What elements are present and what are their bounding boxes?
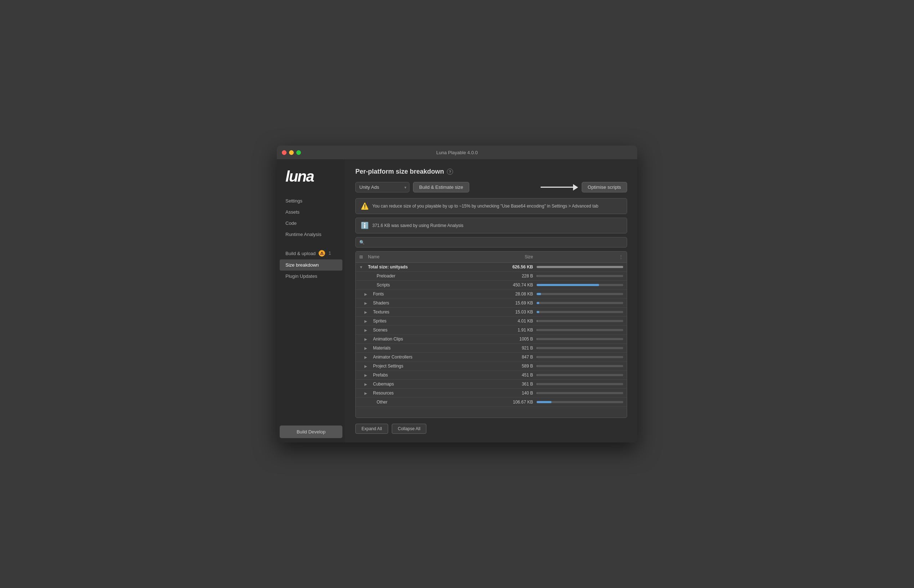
table-row[interactable]: ▶ Animator Controllers 847 B — [356, 353, 627, 362]
bar-fill — [537, 302, 539, 304]
expand-arrow-icon: ▶ — [364, 292, 369, 296]
bar-container — [537, 383, 623, 385]
row-size: 15.03 KB — [497, 310, 537, 315]
bar-fill — [537, 347, 537, 349]
arrow-head — [573, 184, 578, 191]
close-button[interactable] — [282, 150, 286, 155]
sidebar-item-settings[interactable]: Settings — [277, 195, 345, 207]
header-size-col: Size — [497, 254, 537, 259]
table-row[interactable]: ▶ Sprites 4.01 KB — [356, 317, 627, 326]
warning-icon: ⚠ — [320, 251, 324, 256]
bar-container — [537, 347, 623, 349]
bar-fill — [537, 266, 623, 268]
sidebar-item-runtime-analysis[interactable]: Runtime Analysis — [277, 229, 345, 240]
search-icon: 🔍 — [359, 240, 365, 245]
row-name: Cubemaps — [373, 381, 497, 387]
sidebar-item-assets[interactable]: Assets — [277, 207, 345, 218]
row-icon-col: ▶ — [364, 346, 373, 351]
sidebar-item-code[interactable]: Code — [277, 218, 345, 229]
page-title-group: Per-platform size breakdown ? — [355, 168, 453, 176]
platform-select[interactable]: Unity Ads IronSource AppLovin Facebook G… — [355, 182, 409, 192]
bar-fill — [537, 338, 537, 340]
sidebar-item-size-breakdown[interactable]: Size breakdown — [280, 259, 342, 271]
row-name: Textures — [373, 310, 497, 315]
optimise-scripts-button[interactable]: Optimise scripts — [582, 182, 627, 192]
expand-arrow-icon: ▶ — [364, 310, 369, 314]
table-row[interactable]: ▶ Shaders 15.69 KB — [356, 299, 627, 308]
maximize-button[interactable] — [296, 150, 301, 155]
table-row[interactable]: Other 106.67 KB — [356, 398, 627, 407]
build-upload-badge: ⚠ 1 — [319, 250, 325, 257]
table-row[interactable]: ▼ Total size: unityads 626.56 KB — [356, 263, 627, 271]
row-bar — [537, 284, 623, 286]
bar-container — [537, 302, 623, 304]
sidebar: luna Settings Assets Code Runtime Analys… — [277, 159, 345, 443]
bar-container — [537, 365, 623, 367]
search-input[interactable] — [367, 240, 623, 245]
row-size: 4.01 KB — [497, 318, 537, 323]
expand-arrow-icon: ▶ — [364, 319, 369, 323]
row-icon-col: ▶ — [364, 300, 373, 305]
info-circle-icon: ℹ️ — [361, 221, 369, 229]
table-row[interactable]: ▶ Project Settings 589 B — [356, 362, 627, 371]
header-icon-col: ⊞ — [359, 254, 368, 259]
collapse-all-button[interactable]: Collapse All — [392, 424, 427, 434]
minimize-button[interactable] — [289, 150, 294, 155]
sort-icon: ⋮ — [619, 254, 623, 259]
build-estimate-button[interactable]: Build & Estimate size — [413, 182, 469, 192]
expand-arrow-icon: ▶ — [364, 382, 369, 386]
build-upload-count: 1 — [329, 251, 331, 256]
table-row[interactable]: Preloader 228 B — [356, 271, 627, 281]
build-develop-button[interactable]: Build Develop — [280, 425, 342, 438]
table-row[interactable]: ▶ Resources 140 B — [356, 389, 627, 398]
bar-fill — [537, 356, 537, 358]
row-bar — [537, 356, 623, 358]
header-name-col: Name — [368, 254, 497, 259]
expand-arrow-icon: ▼ — [359, 265, 364, 269]
expand-all-button[interactable]: Expand All — [355, 424, 388, 434]
bar-container — [537, 320, 623, 322]
sidebar-item-build-upload[interactable]: Build & upload ⚠ 1 1 — [277, 247, 345, 259]
table-row[interactable]: Scripts 450.74 KB — [356, 281, 627, 290]
table-empty-row — [356, 407, 627, 418]
table-row[interactable]: ▶ Animation Clips 1005 B — [356, 335, 627, 344]
arrow-spacer: Optimise scripts — [473, 182, 627, 192]
bar-fill — [537, 284, 599, 286]
row-bar — [537, 302, 623, 304]
row-size: 450.74 KB — [497, 283, 537, 288]
controls-row: Unity Ads IronSource AppLovin Facebook G… — [355, 182, 627, 192]
table-row[interactable]: ▶ Textures 15.03 KB — [356, 308, 627, 317]
luna-logo-text: luna — [285, 168, 336, 185]
alert-warning: ⚠️ You can reduce size of you playable b… — [355, 198, 627, 214]
search-box: 🔍 — [355, 237, 627, 247]
bar-container — [537, 266, 623, 268]
sidebar-nav: Settings Assets Code Runtime Analysis Bu… — [277, 195, 345, 421]
warning-triangle-icon: ⚠️ — [361, 202, 369, 210]
table-row[interactable]: ▶ Materials 921 B — [356, 344, 627, 353]
bar-container — [537, 338, 623, 340]
table-row[interactable]: ▶ Fonts 28.08 KB — [356, 290, 627, 299]
table-row[interactable]: ▶ Cubemaps 361 B — [356, 380, 627, 389]
row-bar — [537, 401, 623, 403]
row-icon-col: ▼ — [359, 265, 368, 270]
row-bar — [537, 365, 623, 367]
row-name: Animation Clips — [373, 336, 497, 342]
table-row[interactable]: ▶ Scenes 1.91 KB — [356, 326, 627, 335]
row-bar — [537, 383, 623, 385]
row-icon-col: ▶ — [364, 363, 373, 368]
row-size: 106.67 KB — [497, 399, 537, 405]
alert-info: ℹ️ 371.6 KB was saved by using Runtime A… — [355, 218, 627, 233]
expand-arrow-icon: ▶ — [364, 355, 369, 359]
row-icon-col: ▶ — [364, 381, 373, 387]
arrow-line — [540, 187, 573, 188]
row-bar — [537, 320, 623, 322]
sidebar-item-plugin-updates[interactable]: Plugin Updates — [277, 271, 345, 282]
platform-select-wrapper: Unity Ads IronSource AppLovin Facebook G… — [355, 182, 409, 192]
help-icon[interactable]: ? — [447, 169, 453, 175]
main-content: Per-platform size breakdown ? Unity Ads … — [345, 159, 637, 443]
bar-container — [537, 392, 623, 394]
bottom-actions: Expand All Collapse All — [355, 424, 627, 434]
row-size: 28.08 KB — [497, 291, 537, 297]
table-row[interactable]: ▶ Prefabs 451 B — [356, 371, 627, 380]
row-name: Preloader — [377, 273, 497, 278]
